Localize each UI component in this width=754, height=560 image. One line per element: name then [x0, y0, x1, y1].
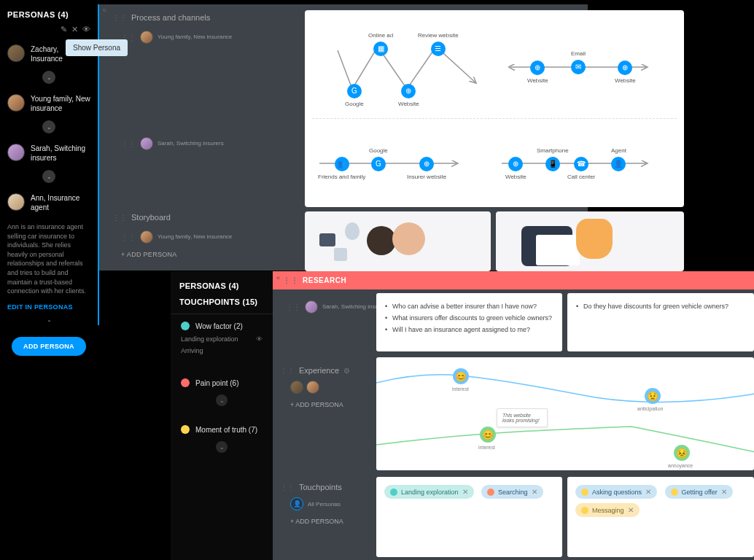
emotion-node-interest2[interactable]: 😊 [480, 427, 496, 443]
experience-section: ⋮⋮ Experience ⚙ + ADD PERSONA [280, 366, 354, 410]
close-icon[interactable]: ✕ [645, 488, 651, 496]
eye-icon[interactable]: 👁 [82, 25, 90, 34]
dot-icon [181, 378, 190, 387]
phone-icon: 📱 [545, 157, 560, 171]
pain-point-item[interactable]: Pain point (6) [171, 371, 273, 390]
node-label: Email [571, 50, 586, 57]
avatar [140, 31, 153, 44]
collapse-icon[interactable]: « [276, 274, 280, 281]
avatar [306, 381, 319, 394]
node-label: Insurer website [407, 174, 446, 180]
touchpoints-title: TOUCHPOINTS (15) [171, 295, 273, 314]
close-icon[interactable]: ✕ [721, 488, 727, 496]
chip-searching[interactable]: Searching✕ [481, 485, 543, 499]
drag-handle-icon[interactable]: ⋮⋮ [280, 483, 295, 491]
section-title: Storyboard [131, 213, 171, 222]
add-persona-link[interactable]: + ADD PERSONA [280, 516, 354, 526]
persona-tools: ✎ ✕ 👁 [0, 25, 98, 39]
tp-sublabel: Landing exploration [181, 335, 238, 343]
persona-ann[interactable]: Ann, Insurance agent [0, 187, 98, 218]
research-question: What insurers offer discounts to green v… [385, 312, 553, 324]
collapse-icon[interactable]: « [102, 6, 106, 14]
avatar [7, 193, 25, 211]
storyboard-card-2[interactable] [496, 211, 684, 271]
note-tooltip: This website looks promising! [497, 408, 548, 427]
tp-sublabel: Arriving [181, 347, 203, 354]
website-icon: ⊕ [618, 61, 632, 75]
storyboard-card-1[interactable] [305, 211, 491, 271]
emotion-node-annoyance[interactable]: 😣 [674, 445, 690, 461]
node-label: Google [345, 101, 364, 107]
emotion-label: anticipation [637, 406, 663, 411]
experience-chart: 😊 interest 😟 anticipation 😊 interest 😣 a… [376, 357, 754, 470]
chip-label: Getting offer [682, 489, 718, 496]
section-title: RESEARCH [303, 276, 346, 284]
section-title: Touchpoints [299, 483, 342, 491]
emotion-node-interest[interactable]: 😊 [453, 368, 469, 384]
chevron-down-icon[interactable]: ⌄ [42, 71, 55, 84]
chevron-down-icon[interactable]: ⌄ [216, 394, 228, 406]
eye-icon[interactable]: 👁 [256, 335, 263, 343]
drag-handle-icon[interactable]: ⋮⋮ [121, 233, 136, 241]
emotion-label: interest [452, 386, 469, 392]
dot-icon [181, 425, 190, 434]
node-label: Agent [611, 147, 626, 154]
drag-handle-icon[interactable]: ⋮⋮ [280, 367, 295, 375]
mini-persona-sarah[interactable]: ⋮⋮ Sarah, Switching insurers [286, 300, 389, 314]
touchpoints-card-2[interactable]: Asking questions✕ Getting offer✕ Messagi… [567, 477, 754, 557]
close-icon[interactable]: ✕ [628, 506, 634, 514]
website-icon: ⊕ [401, 84, 416, 98]
research-canvas: ⋮⋮ RESEARCH ⋮⋮ Sarah, Switching insurers… [273, 271, 754, 560]
touchpoints-card-1[interactable]: Landing exploration✕ Searching✕ [376, 477, 562, 557]
persona-sarah[interactable]: Sarah, Switching insurers [0, 138, 98, 168]
chip-messaging[interactable]: Messaging✕ [575, 503, 640, 517]
persona-name: Young family, New insurance [31, 94, 90, 113]
dot-icon [581, 489, 588, 496]
arriving-item[interactable]: Arriving [171, 345, 273, 357]
chevron-down-icon[interactable]: ⌄ [216, 441, 228, 453]
chevron-down-icon[interactable]: ⌄ [42, 120, 55, 133]
mini-persona-name: Sarah, Switching insurers [158, 140, 224, 147]
gear-icon[interactable]: ⚙ [343, 367, 350, 375]
chip-asking[interactable]: Asking questions✕ [575, 485, 657, 499]
close-icon[interactable]: ✕ [462, 488, 468, 496]
drag-handle-icon[interactable]: ⋮⋮ [283, 276, 298, 284]
section-title: Experience [299, 366, 339, 375]
all-personas-item[interactable]: 👤 All Personas [280, 491, 354, 516]
ad-icon: ▦ [373, 42, 388, 56]
drag-handle-icon[interactable]: ⋮⋮ [112, 214, 127, 222]
tp-label: Pain point (6) [195, 379, 238, 387]
wow-factor-item[interactable]: Wow factor (2) [171, 314, 273, 333]
drag-handle-icon[interactable]: ⋮⋮ [286, 303, 300, 311]
node-label: Website [505, 174, 526, 180]
research-card-2[interactable]: Do they have discounts for green vehicle… [567, 293, 754, 351]
emotion-node-anticipation[interactable]: 😟 [645, 388, 661, 404]
main-canvas: ⋮⋮ Process and channels ⋮⋮ Young family,… [99, 4, 588, 271]
node-label: Friends and family [318, 174, 365, 180]
chevron-up-icon[interactable]: ⌃ [42, 316, 55, 330]
chevron-down-icon[interactable]: ⌄ [42, 170, 55, 183]
touchpoints-sidebar: « PERSONAS (4) TOUCHPOINTS (15) Wow fact… [171, 271, 273, 560]
persona-young-family[interactable]: Young family, New insurance [0, 88, 98, 119]
drag-handle-icon[interactable]: ⋮⋮ [112, 14, 127, 22]
edit-in-personas-link[interactable]: EDIT IN PERSONAS [0, 300, 98, 314]
chip-landing[interactable]: Landing exploration✕ [384, 485, 474, 499]
drag-handle-icon[interactable]: ⋮⋮ [121, 140, 136, 148]
chip-getting[interactable]: Getting offer✕ [665, 485, 733, 499]
website-icon: ⊕ [508, 157, 523, 171]
add-persona-link[interactable]: + ADD PERSONA [280, 400, 354, 410]
close-icon[interactable]: ✕ [532, 488, 537, 496]
mini-persona-name: Young family, New insurance [158, 233, 232, 241]
persona-name: Ann, Insurance agent [31, 193, 90, 212]
add-persona-button[interactable]: ADD PERSONA [12, 337, 86, 356]
research-card-1[interactable]: Who can advise a better insurer than I h… [376, 293, 562, 351]
pencil-icon[interactable]: ✎ [61, 25, 67, 34]
close-icon[interactable]: ✕ [71, 25, 78, 34]
landing-exploration-item[interactable]: Landing exploration 👁 [171, 333, 273, 345]
research-header: ⋮⋮ RESEARCH [273, 271, 754, 289]
all-personas-icon: 👤 [290, 497, 303, 510]
avatar [7, 94, 25, 112]
node-label: Review website [418, 32, 459, 39]
tp-label: Wow factor (2) [195, 322, 243, 330]
moment-truth-item[interactable]: Moment of truth (7) [171, 418, 273, 437]
